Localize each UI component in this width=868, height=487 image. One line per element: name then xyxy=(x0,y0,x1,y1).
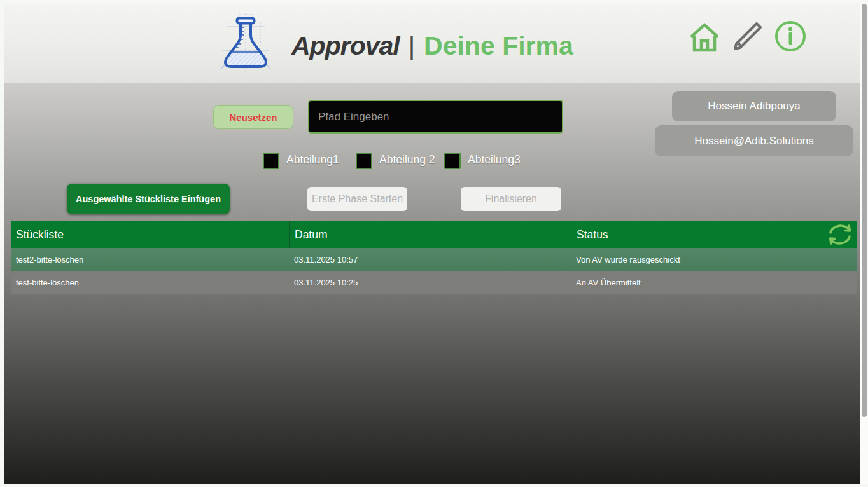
flask-blueprint-icon xyxy=(220,13,272,72)
cell-datum: 03.11.2025 10:57 xyxy=(289,248,571,271)
pencil-icon[interactable] xyxy=(729,18,766,55)
scrollbar-thumb[interactable] xyxy=(862,4,867,417)
table-row[interactable]: test2-bitte-löschen 03.11.2025 10:57 Von… xyxy=(11,248,857,271)
title-company-name: Deine Firma xyxy=(424,31,573,61)
cell-status: An AV Übermittelt xyxy=(571,271,857,294)
user-email-badge[interactable]: Hossein@Adib.Solutions xyxy=(655,125,853,156)
title-app-name: Approval xyxy=(291,31,400,61)
home-icon[interactable] xyxy=(689,20,720,53)
table-header: Stückliste Datum Status xyxy=(11,221,857,248)
cell-datum: 03.11.2025 10:25 xyxy=(289,271,571,294)
abteilung2-checkbox[interactable] xyxy=(356,153,372,169)
start-first-phase-button[interactable]: Erste Phase Starten xyxy=(307,187,407,211)
abteilung2-label: Abteilung 2 xyxy=(379,153,435,167)
refresh-icon[interactable] xyxy=(825,223,855,247)
insert-selected-bom-button[interactable]: Ausgewählte Stückliste Einfügen xyxy=(67,184,230,214)
cell-stueckliste: test-bitte-löschen xyxy=(11,271,289,294)
column-header-stueckliste: Stückliste xyxy=(11,221,289,248)
cell-status: Von AV wurde rausgeschickt xyxy=(571,248,857,271)
path-input[interactable] xyxy=(308,100,563,134)
abteilung3-label: Abteilung3 xyxy=(468,153,521,167)
app-window: Approval | Deine Firma Neusetzen Hossein… xyxy=(0,0,868,487)
abteilung1-checkbox[interactable] xyxy=(263,153,279,169)
abteilung1-label: Abteilung1 xyxy=(286,153,339,167)
finalize-button[interactable]: Finalisieren xyxy=(461,187,561,211)
info-icon[interactable] xyxy=(774,20,807,53)
user-name-badge[interactable]: Hossein Adibpouya xyxy=(672,91,836,121)
column-header-datum: Datum xyxy=(289,221,571,248)
page-title: Approval | Deine Firma xyxy=(291,28,573,64)
cell-stueckliste: test2-bitte-löschen xyxy=(11,248,289,271)
reset-button[interactable]: Neusetzen xyxy=(213,105,293,129)
column-header-status: Status xyxy=(571,221,857,248)
scrollbar-track[interactable] xyxy=(860,3,868,484)
abteilung3-checkbox[interactable] xyxy=(444,153,461,169)
title-separator: | xyxy=(409,32,415,60)
table-row[interactable]: test-bitte-löschen 03.11.2025 10:25 An A… xyxy=(11,271,857,294)
